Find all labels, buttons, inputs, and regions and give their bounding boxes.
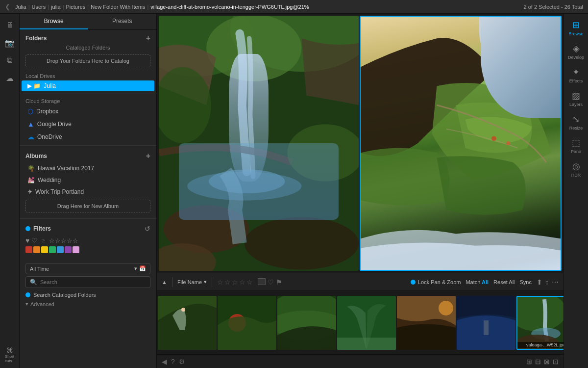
flag-area[interactable]: ♡ ⚑	[258, 278, 282, 286]
filter-reset-icon[interactable]: ↺	[145, 225, 150, 233]
cloud-item-gdrive[interactable]: ▲ Google Drive	[22, 118, 154, 130]
add-folder-button[interactable]: +	[146, 34, 150, 43]
album-name-wedding: Wedding	[38, 177, 61, 184]
right-btn-browse[interactable]: ⊞ Browse	[565, 17, 587, 39]
filters-label-text: Filters	[33, 225, 51, 232]
settings-icon[interactable]: ⚙	[179, 358, 185, 366]
film-thumb-2[interactable]	[218, 296, 276, 350]
reset-all-button[interactable]: Reset All	[493, 279, 514, 285]
tab-presets[interactable]: Presets	[88, 14, 157, 29]
more-icon-2[interactable]: ⋯	[552, 278, 559, 286]
aerial-image	[361, 17, 561, 270]
right-btn-resize[interactable]: ⤡ Resize	[565, 111, 587, 133]
nav-back[interactable]: ❮	[5, 3, 10, 10]
right-btn-pano[interactable]: ⬚ Pano	[565, 134, 587, 157]
tab-browse[interactable]: Browse	[20, 14, 88, 29]
sort-arrow[interactable]: ▲	[162, 279, 167, 285]
develop-icon: ◈	[573, 43, 580, 54]
film-thumb-1[interactable]	[158, 296, 217, 350]
thumb-label-7: valoaga-...W52L.jpg	[517, 342, 564, 348]
swatch-red[interactable]	[25, 246, 32, 253]
swatch-green[interactable]	[49, 246, 56, 253]
swatch-orange[interactable]	[33, 246, 40, 253]
filter-stars[interactable]: ☆☆☆☆☆	[49, 237, 78, 244]
search-box[interactable]: 🔍	[25, 276, 150, 288]
lock-pan-zoom[interactable]: Lock Pan & Zoom	[411, 279, 461, 285]
film-thumb-inner-1	[158, 296, 217, 350]
sync-button[interactable]: Sync	[520, 279, 532, 285]
export-icon[interactable]: ⬆	[537, 278, 542, 286]
film-thumb-6[interactable]	[457, 296, 515, 350]
folder-item-julia[interactable]: ▶ 📁 Julia	[22, 80, 154, 91]
right-btn-effects[interactable]: ✦ Effects	[565, 64, 587, 86]
search-cataloged-option[interactable]: Search Cataloged Folders	[25, 290, 150, 300]
star-4[interactable]: ☆	[239, 278, 245, 286]
left-icon-bar: 🖥 📷 ⧉ ☁ ⌘ Shortcuts	[0, 14, 20, 368]
camera-icon[interactable]: 📷	[1, 34, 18, 51]
film-thumb-7[interactable]: valoaga-...W52L.jpg	[516, 296, 564, 350]
filter-heart[interactable]: ♥ ♡	[25, 237, 38, 244]
flag-icon[interactable]: ⚑	[276, 278, 282, 286]
stack-icon[interactable]: ⧉	[1, 52, 18, 69]
crumb-folder[interactable]: New Folder With Items	[91, 4, 145, 10]
crumb-julia2[interactable]: julia	[51, 4, 61, 10]
photo-pane-right[interactable]	[360, 16, 562, 271]
star-2[interactable]: ☆	[224, 278, 231, 286]
film-thumb-5[interactable]	[397, 296, 456, 350]
status-bar: ◀ ? ⚙ ⊞ ⊟ ⊠ ⊡	[157, 354, 564, 368]
swatch-pink[interactable]	[73, 246, 79, 253]
star-5[interactable]: ☆	[246, 278, 253, 286]
back-icon[interactable]: ◀	[162, 358, 167, 366]
time-filter-dropdown[interactable]: All Time ▾ 📅	[25, 263, 150, 274]
help-icon[interactable]: ?	[171, 358, 175, 366]
swatch-yellow[interactable]	[41, 246, 48, 253]
right-btn-hdr[interactable]: ◎ HDR	[565, 158, 587, 181]
folders-section-header: Folders +	[20, 30, 156, 45]
detail-view-icon[interactable]: ⊠	[544, 358, 550, 366]
crumb-pictures[interactable]: Pictures	[66, 4, 86, 10]
effects-icon: ✦	[572, 67, 580, 78]
new-album-button[interactable]: Drag Here for New Album	[25, 200, 150, 212]
swatch-purple[interactable]	[65, 246, 72, 253]
color-label-block[interactable]	[258, 278, 266, 285]
catalog-drop-button[interactable]: Drop Your Folders Here to Catalog	[25, 54, 150, 67]
crumb-julia[interactable]: Julia	[15, 4, 26, 10]
film-thumb-4[interactable]	[337, 296, 396, 350]
filename-sort-control[interactable]: File Name ▾	[177, 279, 207, 285]
star-1[interactable]: ☆	[217, 278, 223, 286]
shortcuts-icon[interactable]: ⌘ Shortcuts	[1, 344, 18, 365]
right-btn-layers[interactable]: ▨ Layers	[565, 87, 587, 110]
right-btn-develop[interactable]: ◈ Develop	[565, 40, 587, 63]
search-input[interactable]	[40, 279, 146, 285]
photo-pane-left[interactable]	[159, 16, 359, 271]
swatch-blue[interactable]	[57, 246, 64, 253]
rating-stars[interactable]: ☆ ☆ ☆ ☆ ☆	[217, 278, 253, 286]
cloud-upload-icon[interactable]: ☁	[1, 70, 18, 86]
sort-down-icon: ▾	[204, 279, 207, 285]
local-drives-label: Local Drives	[20, 71, 156, 80]
add-album-button[interactable]: +	[146, 152, 150, 160]
album-item-hawaii[interactable]: 🌴 Hawaii Vacation 2017	[22, 163, 154, 174]
grid-view-icon[interactable]: ⊞	[526, 358, 532, 366]
list-view-icon[interactable]: ⊟	[535, 358, 541, 366]
more-icon-1[interactable]: ↕	[545, 278, 549, 286]
time-filter-label: All Time	[30, 266, 49, 272]
all-label: All	[480, 279, 489, 285]
color-swatches[interactable]	[25, 246, 150, 253]
crumb-users[interactable]: Users	[31, 4, 46, 10]
monitor-icon[interactable]: 🖥	[1, 17, 18, 33]
film-thumb-3[interactable]	[277, 296, 336, 350]
advanced-label: Advanced	[30, 301, 54, 307]
cloud-item-dropbox[interactable]: ⬡ Dropbox	[22, 105, 154, 117]
advanced-toggle[interactable]: ▾ Advanced	[25, 300, 150, 308]
compare-view-icon[interactable]: ⊡	[553, 358, 559, 366]
divider-filters	[20, 218, 156, 219]
cloud-item-onedrive[interactable]: ☁ OneDrive	[22, 131, 154, 143]
match-all-button[interactable]: Match All	[466, 279, 489, 285]
time-filter-calendar[interactable]: 📅	[139, 265, 146, 272]
heart-icon[interactable]: ♡	[268, 278, 274, 286]
album-item-wedding[interactable]: 💒 Wedding	[22, 175, 154, 185]
film-thumb-inner-6	[457, 296, 515, 350]
star-3[interactable]: ☆	[232, 278, 238, 286]
album-item-portland[interactable]: ✈ Work Trip Portland	[22, 186, 154, 197]
